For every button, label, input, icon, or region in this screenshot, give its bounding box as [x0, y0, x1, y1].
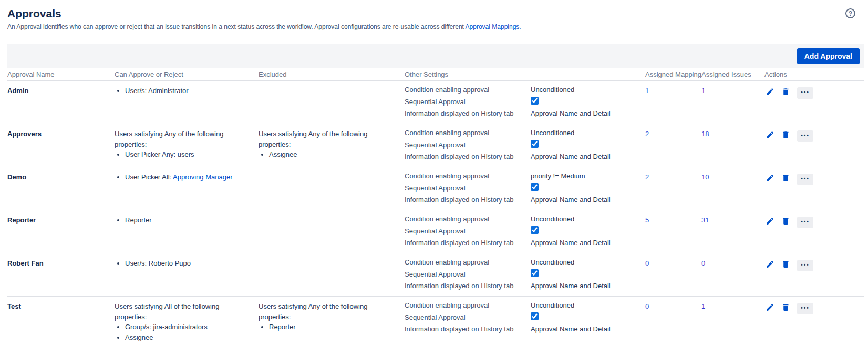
sequential-label: Sequential Approval [405, 313, 531, 321]
people-bullet: Reporter [125, 215, 259, 226]
table-row: Demo User Picker All: Approving Manager … [7, 167, 864, 210]
assigned-issues-link[interactable]: 1 [701, 302, 705, 310]
approval-mappings-link[interactable]: Approval Mappings [466, 23, 520, 30]
delete-button[interactable] [781, 217, 790, 226]
more-actions-button[interactable]: ••• [797, 87, 813, 99]
edit-button[interactable] [766, 130, 774, 139]
assigned-mapping-link[interactable]: 5 [645, 216, 649, 224]
history-label: Information displayed on History tab [405, 109, 531, 117]
sequential-approval-checkbox[interactable] [531, 269, 539, 277]
table-toolbar: Add Approval [7, 44, 864, 68]
delete-button[interactable] [781, 130, 790, 139]
help-icon[interactable]: ? [845, 8, 855, 18]
pencil-icon [766, 260, 774, 269]
history-label: Information displayed on History tab [405, 239, 531, 247]
condition-label: Condition enabling approval [405, 215, 531, 223]
pencil-icon [766, 303, 774, 312]
more-actions-button[interactable]: ••• [797, 217, 813, 228]
assigned-mapping-link[interactable]: 2 [645, 173, 649, 181]
assigned-mapping-cell: 1 [645, 86, 701, 117]
assigned-issues-cell: 10 [701, 172, 764, 204]
trash-icon [781, 260, 790, 269]
delete-button[interactable] [781, 87, 790, 96]
assigned-issues-cell: 0 [701, 258, 764, 290]
table-row: Test Users satisfying All of the followi… [7, 296, 864, 349]
column-header-assigned-mapping: Assigned Mapping [645, 70, 701, 78]
edit-button[interactable] [766, 217, 774, 226]
column-header-excluded: Excluded [259, 70, 405, 78]
edit-button[interactable] [766, 260, 774, 269]
delete-button[interactable] [781, 303, 790, 312]
more-actions-button[interactable]: ••• [797, 174, 813, 185]
people-bullet: Reporter [269, 322, 405, 332]
assigned-mapping-link[interactable]: 0 [645, 302, 649, 310]
edit-button[interactable] [766, 174, 774, 182]
user-link[interactable]: Approving Manager [173, 173, 232, 181]
assigned-issues-cell: 1 [701, 301, 764, 342]
ellipsis-icon: ••• [801, 305, 810, 311]
more-actions-button[interactable]: ••• [797, 303, 813, 314]
ellipsis-icon: ••• [801, 219, 810, 225]
history-label: Information displayed on History tab [405, 282, 531, 290]
delete-button[interactable] [781, 260, 790, 269]
people-bullet: Group/s: jira-administrators [125, 322, 259, 332]
assigned-mapping-link[interactable]: 0 [645, 259, 649, 267]
edit-button[interactable] [766, 87, 774, 96]
edit-button[interactable] [766, 303, 774, 312]
people-bullet: Assignee [125, 332, 259, 343]
sequential-approval-checkbox[interactable] [531, 140, 539, 148]
column-header-assigned-issues: Assigned Issues [701, 70, 764, 78]
assigned-issues-link[interactable]: 0 [701, 259, 705, 267]
other-settings-cell: Condition enabling approval priority != … [405, 172, 645, 204]
actions-cell: ••• [764, 301, 864, 342]
other-settings-cell: Condition enabling approval Unconditione… [405, 86, 645, 117]
assigned-mapping-link[interactable]: 1 [645, 87, 649, 95]
approval-name: Test [7, 301, 115, 342]
column-header-other-settings: Other Settings [405, 70, 645, 78]
ellipsis-icon: ••• [801, 176, 810, 181]
table-row: Admin User/s: Administrator Condition en… [7, 80, 864, 124]
pencil-icon [766, 217, 774, 226]
condition-value: Unconditioned [531, 301, 645, 309]
sequential-approval-checkbox[interactable] [531, 183, 539, 191]
assigned-issues-link[interactable]: 18 [701, 130, 709, 138]
table-header-row: Approval Name Can Approve or Reject Excl… [7, 68, 864, 80]
history-label: Information displayed on History tab [405, 325, 531, 333]
can-approve-cell: User/s: Roberto Pupo [115, 258, 259, 290]
assigned-issues-link[interactable]: 31 [701, 216, 709, 224]
assigned-mapping-cell: 0 [645, 301, 701, 342]
approval-name: Demo [7, 172, 115, 204]
add-approval-button[interactable]: Add Approval [797, 48, 860, 64]
excluded-cell: Users satisfying Any of the following pr… [259, 129, 405, 160]
delete-button[interactable] [781, 174, 790, 182]
assigned-mapping-link[interactable]: 2 [645, 130, 649, 138]
trash-icon [781, 217, 790, 226]
more-actions-button[interactable]: ••• [797, 130, 813, 142]
actions-cell: ••• [764, 258, 864, 290]
ellipsis-icon: ••• [801, 89, 810, 95]
people-intro: Users satisfying Any of the following pr… [115, 129, 259, 149]
assigned-mapping-cell: 2 [645, 129, 701, 160]
description-period: . [519, 23, 521, 30]
actions-cell: ••• [764, 86, 864, 117]
table-row: Robert Fan User/s: Roberto Pupo Conditio… [7, 253, 864, 296]
sequential-label: Sequential Approval [405, 227, 531, 235]
excluded-cell [259, 215, 405, 247]
help-icon-glyph: ? [849, 10, 852, 17]
assigned-issues-link[interactable]: 10 [701, 173, 709, 181]
condition-value: Unconditioned [531, 215, 645, 223]
sequential-label: Sequential Approval [405, 270, 531, 278]
sequential-approval-checkbox[interactable] [531, 312, 539, 320]
assigned-issues-cell: 1 [701, 86, 764, 117]
condition-value: Unconditioned [531, 258, 645, 266]
history-value: Approval Name and Detail [531, 196, 645, 204]
more-actions-button[interactable]: ••• [797, 260, 813, 271]
sequential-approval-checkbox[interactable] [531, 226, 539, 234]
assigned-issues-link[interactable]: 1 [701, 87, 705, 95]
history-label: Information displayed on History tab [405, 196, 531, 204]
approval-name: Approvers [7, 129, 115, 160]
sequential-approval-checkbox[interactable] [531, 97, 539, 105]
people-intro: Users satisfying Any of the following pr… [259, 129, 405, 149]
approvals-page: Approvals ? An Approval identifies who c… [0, 0, 868, 349]
assigned-issues-cell: 31 [701, 215, 764, 247]
